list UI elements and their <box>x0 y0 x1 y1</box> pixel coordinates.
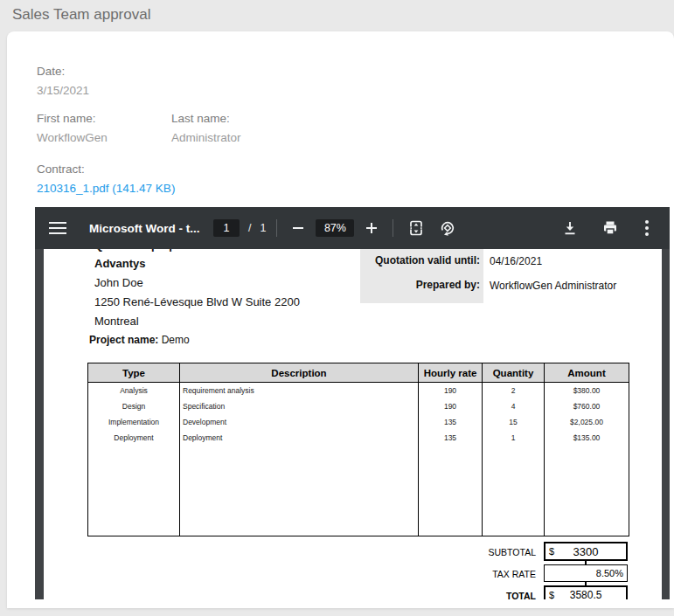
form-card: Date: 3/15/2021 First name: WorkflowGen … <box>7 31 674 608</box>
date-value: 3/15/2021 <box>37 84 89 97</box>
fit-page-icon[interactable] <box>406 218 427 239</box>
table-row: Implementation Development 135 15 $2,025… <box>88 414 629 430</box>
toolbar-divider <box>276 219 277 237</box>
pdf-scroll-area[interactable]: Quotation prepared for: Advantys John Do… <box>35 249 670 599</box>
total-box: $ 3580.5 <box>544 585 628 599</box>
valid-until-value: 04/16/2021 <box>490 255 542 267</box>
download-icon[interactable] <box>559 218 580 239</box>
page-separator: / <box>248 222 251 234</box>
subtotal-box: $ 3300 <box>544 542 628 561</box>
doc-clipped-heading: Quotation prepared for: <box>94 249 222 252</box>
doc-project-line: Project name: Demo <box>89 334 190 346</box>
doc-contact: John Doe <box>94 276 143 289</box>
col-quantity: Quantity <box>483 363 545 383</box>
tax-rate-label: TAX RATE <box>492 569 536 579</box>
menu-icon[interactable] <box>47 218 68 239</box>
col-hourly-rate: Hourly rate <box>419 363 483 383</box>
col-type: Type <box>88 363 180 383</box>
col-description: Description <box>180 363 419 383</box>
table-row: Analysis Requirement analysis 190 2 $380… <box>88 383 629 398</box>
last-name-value: Administrator <box>171 131 241 144</box>
print-icon[interactable] <box>600 218 621 239</box>
doc-company: Advantys <box>94 257 146 270</box>
pdf-document-title: Microsoft Word - t... <box>89 222 205 235</box>
more-vert-icon[interactable] <box>636 218 657 239</box>
total-value: 3580.5 <box>554 589 626 599</box>
zoom-level-input[interactable]: 87% <box>316 219 354 237</box>
document-page: Quotation prepared for: Advantys John Do… <box>44 249 662 599</box>
pdf-toolbar: Microsoft Word - t... 1 / 1 87% <box>35 207 670 249</box>
pdf-viewer: Microsoft Word - t... 1 / 1 87% <box>35 207 670 599</box>
first-name-value: WorkflowGen <box>37 131 108 144</box>
page-number-input[interactable]: 1 <box>213 219 240 237</box>
tax-rate-box: 8.50% <box>544 564 628 582</box>
table-empty-area <box>88 446 629 536</box>
zoom-in-icon[interactable] <box>361 218 382 239</box>
prepared-by-label: Prepared by: <box>416 279 480 291</box>
valid-until-label: Quotation valid until: <box>375 254 480 266</box>
table-row: Deployment Deployment 135 1 $135.00 <box>88 430 629 446</box>
contract-file-link[interactable]: 210316_1.pdf (141.47 KB) <box>37 182 175 195</box>
tax-rate-value: 8.50% <box>545 568 627 578</box>
total-label: TOTAL <box>506 591 536 599</box>
subtotal-label: SUBTOTAL <box>489 547 536 557</box>
contract-label: Contract: <box>37 163 85 176</box>
quote-table: Type Description Hourly rate Quantity Am… <box>87 363 629 536</box>
quote-info-box: Quotation valid until: Prepared by: <box>360 249 483 303</box>
rotate-icon[interactable] <box>437 218 458 239</box>
date-label: Date: <box>37 65 65 78</box>
toolbar-divider <box>393 219 393 237</box>
window-header: Sales Team approval <box>0 0 674 31</box>
last-name-label: Last name: <box>171 112 230 125</box>
project-value: Demo <box>158 334 189 346</box>
table-row: Design Specification 190 4 $760.00 <box>88 398 629 414</box>
table-header-row: Type Description Hourly rate Quantity Am… <box>88 363 629 383</box>
col-amount: Amount <box>545 363 629 383</box>
doc-city: Montreal <box>94 315 139 328</box>
prepared-by-value: WorkflowGen Administrator <box>490 280 616 292</box>
doc-address: 1250 René-Lévesque Blvd W Suite 2200 <box>94 295 300 308</box>
zoom-out-icon[interactable] <box>288 218 309 239</box>
first-name-label: First name: <box>37 112 96 125</box>
project-label: Project name: <box>89 334 158 346</box>
page-total: 1 <box>260 222 266 234</box>
subtotal-value: 3300 <box>554 545 626 558</box>
page-title: Sales Team approval <box>12 6 150 24</box>
